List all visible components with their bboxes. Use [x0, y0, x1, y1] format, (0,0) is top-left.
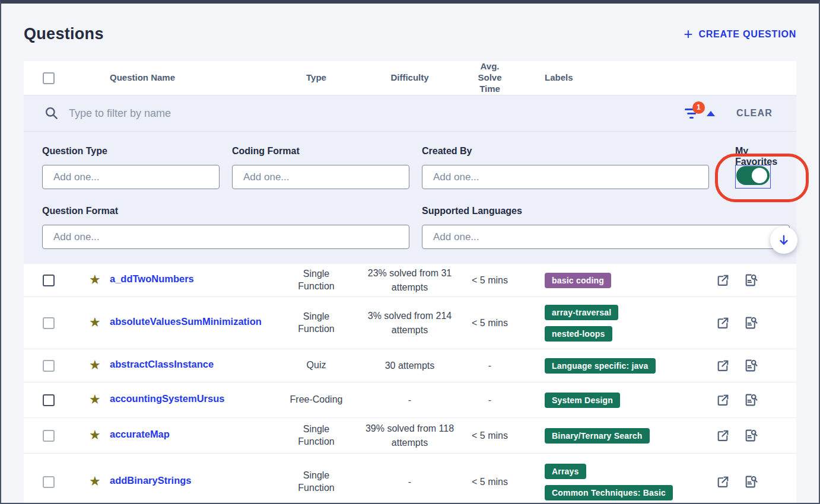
question-type: Single Function: [272, 470, 361, 495]
favorite-star-icon[interactable]: ★: [89, 474, 103, 489]
question-difficulty: -: [361, 475, 459, 489]
label-badge: basic coding: [545, 273, 611, 288]
external-link-icon: [716, 315, 730, 330]
preview-question-button[interactable]: [743, 393, 758, 407]
search-input[interactable]: [69, 107, 684, 120]
open-in-new-tab-button[interactable]: [716, 273, 730, 288]
preview-question-button[interactable]: [743, 428, 758, 443]
label-badge: Arrays: [545, 464, 586, 479]
filter-supported-languages: Supported Languages: [422, 206, 790, 249]
create-question-label: CREATE QUESTION: [698, 29, 796, 40]
question-type-label: Question Type: [42, 146, 220, 157]
filter-collapse-button[interactable]: 1: [684, 109, 715, 119]
coding-format-label: Coding Format: [232, 146, 409, 157]
row-checkbox[interactable]: [43, 317, 55, 329]
filter-bar: 1 CLEAR: [24, 95, 796, 132]
created-by-input[interactable]: [422, 165, 709, 189]
create-question-button[interactable]: + CREATE QUESTION: [684, 27, 796, 42]
favorite-star-icon[interactable]: ★: [89, 428, 103, 443]
favorite-star-icon[interactable]: ★: [89, 392, 103, 407]
external-link-icon: [716, 474, 730, 489]
question-format-input[interactable]: [42, 225, 409, 249]
label-badge: System Design: [545, 393, 620, 408]
row-checkbox[interactable]: [43, 360, 55, 372]
question-type: Single Function: [272, 311, 361, 336]
file-search-icon: [743, 315, 758, 330]
question-name-link[interactable]: abstractClassInstance: [110, 358, 214, 372]
table-row: ★ abstractClassInstance Quiz 30 attempts…: [24, 349, 796, 382]
label-badge: Language specific: java: [545, 358, 656, 374]
question-format-label: Question Format: [42, 206, 409, 216]
file-search-icon: [743, 273, 758, 288]
select-all-checkbox[interactable]: [43, 72, 55, 84]
question-difficulty: 39% solved from 118 attempts: [361, 422, 459, 450]
column-header-type: Type: [272, 72, 361, 84]
filter-panel: Question Type Coding Format Created By M…: [24, 132, 796, 264]
question-name-link[interactable]: accurateMap: [110, 428, 170, 442]
question-type: Free-Coding: [272, 394, 361, 406]
label-badge: Common Techniques: Basic: [545, 485, 673, 500]
table-row: ★ accountingSystemUrsus Free-Coding - - …: [24, 382, 796, 418]
column-header-avg-solve-time: Avg. Solve Time: [473, 61, 507, 94]
created-by-label: Created By: [422, 146, 709, 157]
avg-solve-time: < 5 mins: [459, 477, 521, 487]
question-name-link[interactable]: accountingSystemUrsus: [110, 392, 224, 406]
table-row: ★ absoluteValuesSumMinimization Single F…: [24, 297, 796, 349]
preview-question-button[interactable]: [743, 273, 758, 288]
down-arrow-icon: [777, 234, 790, 247]
my-favorites-toggle[interactable]: [736, 166, 770, 185]
page-title: Questions: [24, 25, 104, 43]
favorite-star-icon[interactable]: ★: [89, 358, 103, 373]
search-icon: [44, 106, 59, 121]
question-type-input[interactable]: [42, 165, 220, 189]
question-name-link[interactable]: addBinaryStrings: [110, 474, 192, 488]
file-search-icon: [743, 474, 758, 489]
open-in-new-tab-button[interactable]: [716, 315, 730, 330]
row-checkbox[interactable]: [43, 275, 55, 286]
coding-format-input[interactable]: [232, 165, 409, 189]
filter-coding-format: Coding Format: [232, 146, 409, 189]
avg-solve-time: < 5 mins: [459, 318, 521, 328]
file-search-icon: [743, 428, 758, 443]
column-header-labels: Labels: [521, 72, 705, 84]
scroll-down-button[interactable]: [770, 227, 797, 254]
preview-question-button[interactable]: [743, 358, 758, 373]
open-in-new-tab-button[interactable]: [716, 428, 730, 443]
question-difficulty: 3% solved from 214 attempts: [361, 309, 459, 337]
supported-languages-input[interactable]: [422, 225, 790, 249]
table-row: ★ accurateMap Single Function 39% solved…: [24, 418, 796, 454]
filter-created-by: Created By: [422, 146, 709, 189]
external-link-icon: [716, 358, 730, 373]
table-row: ★ a_ddTwoNumbers Single Function 23% sol…: [24, 264, 796, 297]
row-checkbox[interactable]: [43, 476, 55, 488]
question-difficulty: 30 attempts: [361, 359, 459, 373]
favorite-star-icon[interactable]: ★: [89, 315, 103, 330]
question-name-link[interactable]: absoluteValuesSumMinimization: [110, 315, 262, 329]
active-filter-count-badge: 1: [692, 101, 705, 114]
avg-solve-time: -: [459, 361, 521, 371]
question-type: Single Function: [272, 268, 361, 293]
row-checkbox[interactable]: [43, 430, 55, 442]
preview-question-button[interactable]: [743, 474, 758, 489]
page-header: Questions + CREATE QUESTION: [24, 25, 796, 43]
file-search-icon: [743, 358, 758, 373]
my-favorites-toggle-focus-ring: [735, 165, 771, 189]
open-in-new-tab-button[interactable]: [716, 393, 730, 407]
open-in-new-tab-button[interactable]: [716, 474, 730, 489]
question-difficulty: -: [361, 393, 459, 407]
column-header-difficulty: Difficulty: [361, 72, 459, 84]
supported-languages-label: Supported Languages: [422, 206, 790, 216]
filter-question-format: Question Format: [42, 206, 409, 249]
favorite-star-icon[interactable]: ★: [89, 272, 103, 288]
question-name-link[interactable]: a_ddTwoNumbers: [110, 272, 194, 286]
clear-filters-button[interactable]: CLEAR: [736, 108, 773, 119]
question-type: Quiz: [272, 359, 361, 372]
file-search-icon: [743, 393, 758, 407]
preview-question-button[interactable]: [743, 315, 758, 330]
question-type: Single Function: [272, 423, 361, 448]
open-in-new-tab-button[interactable]: [716, 358, 730, 373]
avg-solve-time: -: [459, 395, 521, 406]
question-difficulty: 23% solved from 31 attempts: [361, 266, 459, 295]
row-checkbox[interactable]: [43, 394, 55, 406]
plus-icon: +: [684, 26, 692, 42]
